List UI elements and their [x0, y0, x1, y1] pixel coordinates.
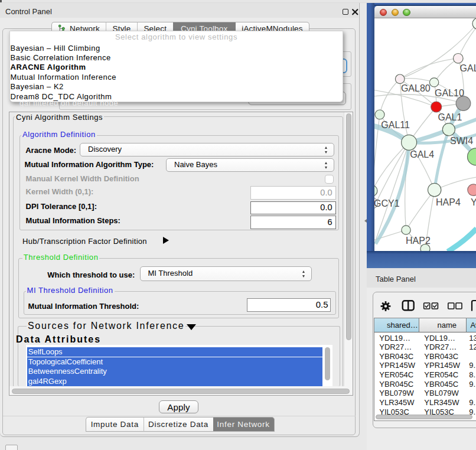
- svg-text:GAL4: GAL4: [410, 149, 434, 159]
- svg-text:GAL1: GAL1: [438, 112, 462, 122]
- svg-text:SWI4: SWI4: [450, 136, 473, 146]
- svg-text:YM: YM: [471, 197, 476, 207]
- svg-text:GAL11: GAL11: [381, 120, 410, 130]
- svg-text:GCY1: GCY1: [374, 198, 400, 208]
- svg-text:GAL2: GAL2: [460, 63, 476, 73]
- svg-text:GAL80: GAL80: [401, 83, 431, 93]
- svg-text:GAL10: GAL10: [435, 88, 464, 98]
- svg-text:HAP2: HAP2: [406, 236, 431, 246]
- svg-text:HAP4: HAP4: [436, 197, 461, 207]
